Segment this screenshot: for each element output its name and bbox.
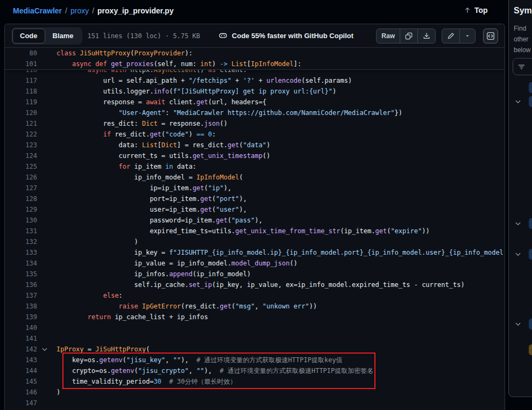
copilot-banner[interactable]: Code 55% faster with GitHub Copilot <box>218 31 353 40</box>
expander-space <box>37 226 56 236</box>
line-number[interactable]: 124 <box>5 150 37 161</box>
line-number[interactable]: 138 <box>5 301 37 312</box>
line-number[interactable]: 130 <box>5 215 37 226</box>
code-line-text: raise IpGetError(res_dict.get("msg", "un… <box>56 301 505 312</box>
code-line-text <box>56 398 505 408</box>
line-number[interactable]: 137 <box>5 290 37 301</box>
code-line-text: expired_time_ts=utils.get_unix_time_from… <box>56 226 505 236</box>
line-number[interactable]: 117 <box>5 75 37 86</box>
file-toolbar: Code Blame 151 lines (130 loc) · 5.75 KB… <box>5 24 505 48</box>
code-row: 137 else: <box>5 290 505 301</box>
symbol-chip[interactable] <box>529 344 532 355</box>
code-row: 143 key=os.getenv("jisu_key", ""), # 通过环… <box>5 355 505 365</box>
section-chevron-down-icon[interactable] <box>515 250 522 257</box>
download-button[interactable] <box>417 29 435 43</box>
breadcrumb: MediaCrawler/proxy/proxy_ip_provider.py <box>13 6 174 15</box>
edit-dropdown-button[interactable] <box>459 29 475 43</box>
file-view-container: Code Blame 151 lines (130 loc) · 5.75 KB… <box>4 24 505 410</box>
code-row: 117 url = self.api_path + "/fetchips" + … <box>5 75 505 86</box>
code-row: 80class JiSuHttpProxy(ProxyProvider): <box>5 48 505 59</box>
line-number[interactable]: 116 <box>5 70 37 75</box>
line-number[interactable]: 134 <box>5 258 37 269</box>
expander-space <box>37 269 56 279</box>
line-number[interactable]: 131 <box>5 226 37 236</box>
line-number[interactable]: 140 <box>5 322 37 333</box>
code-row: 146) <box>5 387 505 398</box>
code-line-text: for ip_item in data: <box>56 161 505 172</box>
code-line-text: ip_value = ip_info_model.model_dump_json… <box>56 258 505 269</box>
line-number[interactable]: 129 <box>5 204 37 215</box>
expander-space <box>37 322 56 333</box>
code-line-text <box>56 322 505 333</box>
code-line-text: user=ip_item.get("user"), <box>56 204 505 215</box>
line-number[interactable]: 128 <box>5 193 37 204</box>
line-number[interactable]: 132 <box>5 236 37 247</box>
code-line-text: ) <box>56 236 505 247</box>
line-number[interactable]: 135 <box>5 269 37 279</box>
copy-button[interactable] <box>400 29 417 43</box>
line-number[interactable]: 118 <box>5 86 37 97</box>
line-number[interactable]: 133 <box>5 247 37 258</box>
section-chevron-down-icon[interactable] <box>515 320 522 327</box>
back-to-top-button[interactable]: Top <box>464 6 488 15</box>
section-chevron-down-icon[interactable] <box>515 219 522 227</box>
symbol-chip[interactable] <box>529 249 532 260</box>
code-row: 147 <box>5 398 505 408</box>
code-row: 145 time_validity_period=30 # 30分钟（最长时效） <box>5 376 505 387</box>
symbol-chip[interactable] <box>529 96 532 107</box>
expander-space <box>37 247 56 258</box>
code-line-text: ) <box>56 387 505 398</box>
sticky-lines: 80class JiSuHttpProxy(ProxyProvider):101… <box>5 48 505 70</box>
line-number[interactable]: 136 <box>5 279 37 290</box>
copy-icon <box>405 32 413 40</box>
expander-space <box>37 183 56 193</box>
expander-space <box>37 236 56 247</box>
line-number[interactable]: 145 <box>5 376 37 387</box>
expander-space <box>37 150 56 161</box>
line-number[interactable]: 119 <box>5 97 37 107</box>
code-line-text: password=ip_item.get("pass"), <box>56 215 505 226</box>
expander-space <box>37 204 56 215</box>
code-line-text: async with httpx.AsyncClient() as client… <box>56 70 505 75</box>
code-line-text: ip_key = f"JISUHTTP_{ip_info_model.ip}_{… <box>56 247 505 258</box>
raw-button[interactable]: Raw <box>377 29 400 43</box>
description-line: below <box>514 45 530 55</box>
line-number[interactable]: 142 <box>5 344 37 355</box>
collapse-chevron-icon[interactable] <box>37 344 56 355</box>
tab-blame[interactable]: Blame <box>45 28 81 44</box>
expander-space <box>37 355 56 365</box>
line-number[interactable]: 125 <box>5 161 37 172</box>
line-number[interactable]: 147 <box>5 398 37 408</box>
code-row: 131 expired_time_ts=utils.get_unix_time_… <box>5 226 505 236</box>
line-number[interactable]: 144 <box>5 365 37 376</box>
symbols-panel-toggle-button[interactable] <box>483 28 498 44</box>
expander-space <box>37 118 56 129</box>
breadcrumb-repo-link[interactable]: MediaCrawler <box>13 6 62 15</box>
tab-code[interactable]: Code <box>12 28 45 44</box>
section-chevron-down-icon[interactable] <box>515 97 522 105</box>
line-number[interactable]: 139 <box>5 312 37 322</box>
line-number[interactable]: 126 <box>5 172 37 183</box>
line-number[interactable]: 121 <box>5 118 37 129</box>
line-number[interactable]: 127 <box>5 183 37 193</box>
symbols-filter-input[interactable] <box>513 58 532 75</box>
code-row: 126 ip_info_model = IpInfoModel( <box>5 172 505 183</box>
line-number[interactable]: 80 <box>5 48 37 59</box>
line-number[interactable]: 143 <box>5 355 37 365</box>
symbol-chip[interactable] <box>529 319 532 329</box>
line-number[interactable]: 123 <box>5 140 37 150</box>
line-number[interactable]: 146 <box>5 387 37 398</box>
line-number[interactable]: 101 <box>5 59 37 69</box>
copilot-note: Code 55% faster with GitHub Copilot <box>232 32 353 40</box>
edit-button[interactable] <box>442 29 459 43</box>
line-number[interactable]: 141 <box>5 333 37 344</box>
symbol-chip[interactable] <box>529 218 532 229</box>
symbol-chip[interactable] <box>529 82 532 93</box>
expander-space <box>37 140 56 150</box>
line-number[interactable]: 120 <box>5 107 37 118</box>
breadcrumb-folder-link[interactable]: proxy <box>70 6 89 15</box>
code-line-text: key=os.getenv("jisu_key", ""), # 通过环境变量的… <box>56 355 505 365</box>
expander-space <box>37 398 56 408</box>
line-number[interactable]: 122 <box>5 129 37 140</box>
download-icon <box>423 32 430 40</box>
